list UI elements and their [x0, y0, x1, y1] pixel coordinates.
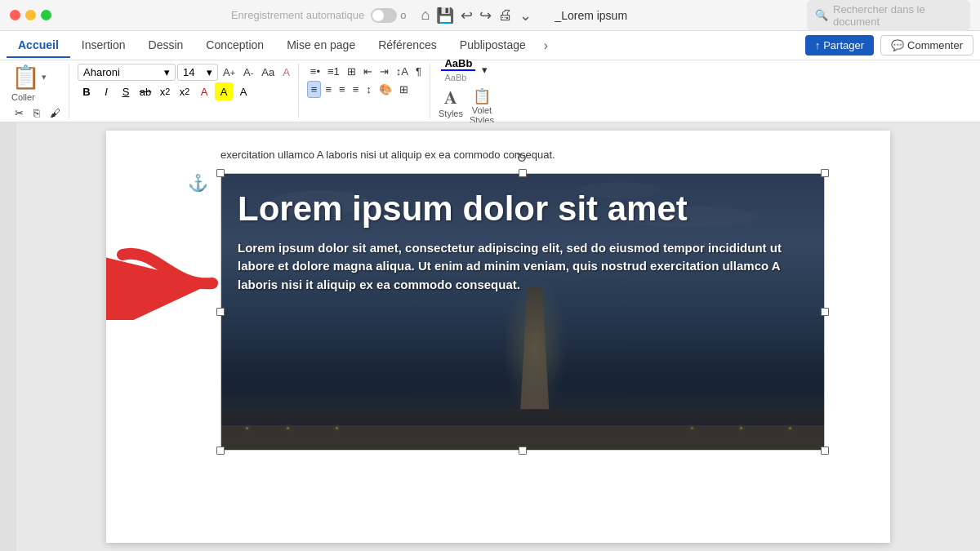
tab-conception[interactable]: Conception	[194, 33, 275, 58]
show-marks-button[interactable]: ¶	[412, 64, 425, 79]
cut-button[interactable]: ✂	[11, 105, 27, 121]
highlight-button[interactable]: A	[215, 82, 233, 100]
align-right-button[interactable]: ≡	[336, 82, 349, 97]
handle-top-left[interactable]	[216, 169, 225, 177]
justify-button[interactable]: ≡	[350, 82, 363, 97]
home-icon[interactable]: ⌂	[421, 7, 430, 24]
handle-mid-right[interactable]	[821, 308, 829, 316]
minimize-button[interactable]	[25, 10, 36, 20]
clear-format-button[interactable]: A	[279, 64, 293, 80]
autosave-toggle[interactable]: o	[371, 8, 406, 23]
font-size-chevron: ▾	[207, 66, 212, 78]
font-family-dropdown[interactable]: Aharoni ▾	[78, 64, 176, 81]
search-placeholder: Rechercher dans le document	[833, 3, 962, 28]
paragraph-section: ≡• ≡1 ⊞ ⇤ ⇥ ↕A ¶ ≡ ≡ ≡ ≡ ↕ 🎨 ⊞	[302, 64, 430, 118]
redo-icon[interactable]: ↪	[479, 7, 492, 24]
share-icon: ↑	[815, 39, 821, 51]
para-row-2: ≡ ≡ ≡ ≡ ↕ 🎨 ⊞	[307, 81, 412, 98]
sort-button[interactable]: ↕A	[393, 64, 412, 79]
numbering-button[interactable]: ≡1	[324, 64, 343, 79]
line-spacing-button[interactable]: ↕	[363, 82, 375, 97]
handle-top-mid[interactable]	[519, 169, 527, 177]
comment-button[interactable]: 💬 Commenter	[880, 35, 973, 56]
customize-icon[interactable]: ⌄	[519, 7, 532, 24]
styles-label: Styles	[439, 109, 463, 118]
superscript-button[interactable]: x2	[176, 82, 194, 100]
font-case-button[interactable]: Aa	[258, 64, 278, 80]
italic-button[interactable]: I	[97, 82, 115, 100]
font-size-dropdown[interactable]: 14 ▾	[177, 64, 218, 81]
undo-icon[interactable]: ↩	[461, 7, 473, 24]
handle-bot-mid[interactable]	[519, 447, 527, 455]
image-wrapper: ⚓	[220, 173, 858, 454]
image-block-wrapper[interactable]: ↻	[220, 173, 825, 451]
search-bar[interactable]: 🔍 Rechercher dans le document	[807, 0, 970, 31]
font-family-chevron: ▾	[164, 66, 170, 78]
para-row-1: ≡• ≡1 ⊞ ⇤ ⇥ ↕A ¶	[307, 64, 425, 79]
font-row-1: Aharoni ▾ 14 ▾ A+ A- Aa A	[78, 64, 293, 81]
tab-references[interactable]: Références	[367, 33, 448, 58]
anchor-icon: ⚓	[188, 173, 208, 193]
save-icon[interactable]: 💾	[436, 7, 454, 24]
font-row-2: B I S ab x2 x2 A A A	[78, 82, 252, 100]
volet-styles-icon[interactable]: 📋	[473, 87, 491, 105]
style-normal-preview: AaBb	[441, 73, 475, 82]
red-arrow-container	[106, 238, 229, 320]
increase-font-button[interactable]: A+	[220, 64, 238, 80]
align-left-button[interactable]: ≡	[307, 81, 322, 98]
text-color-button[interactable]: A	[234, 82, 252, 100]
pre-text: exercitation ullamco A laboris nisi ut a…	[220, 147, 858, 163]
ruler-left	[0, 122, 16, 551]
underline-button[interactable]: S	[117, 82, 135, 100]
tab-mise-en-page[interactable]: Mise en page	[275, 33, 367, 58]
red-arrow-svg	[106, 238, 229, 320]
borders-button[interactable]: ⊞	[396, 82, 412, 97]
doc-title: _Lorem ipsum	[555, 9, 627, 22]
font-color-button[interactable]: A	[195, 82, 213, 100]
toolbar: 📋 ▾ Coller ✂ ⎘ 🖌 Aharoni ▾ 14 ▾ A+ A- Aa…	[0, 60, 980, 122]
strikethrough-button[interactable]: ab	[136, 82, 154, 100]
bullets-button[interactable]: ≡•	[307, 64, 323, 79]
decrease-indent-button[interactable]: ⇤	[360, 64, 376, 79]
rotate-handle[interactable]: ↻	[516, 150, 529, 163]
shading-button[interactable]: 🎨	[376, 82, 395, 97]
paste-chevron[interactable]: ▾	[42, 72, 47, 82]
share-button[interactable]: ↑ Partager	[805, 35, 874, 56]
styles-more-button[interactable]: ▾	[479, 62, 491, 78]
format-painter-button[interactable]: 🖌	[47, 105, 64, 121]
image-body: Lorem ipsum dolor sit amet, consectetur …	[238, 239, 808, 295]
subscript-button[interactable]: x2	[156, 82, 174, 100]
handle-bot-right[interactable]	[821, 447, 829, 455]
image-block: Lorem ipsum dolor sit amet Lorem ipsum d…	[220, 173, 825, 451]
volet-label: Volet	[472, 105, 492, 115]
maximize-button[interactable]	[41, 10, 51, 20]
tab-insertion[interactable]: Insertion	[70, 33, 137, 58]
align-center-button[interactable]: ≡	[322, 82, 335, 97]
traffic-lights	[10, 10, 51, 20]
handle-bot-left[interactable]	[216, 447, 225, 455]
title-bar-right: 🔍 Rechercher dans le document	[807, 0, 970, 31]
bold-button[interactable]: B	[78, 82, 96, 100]
image-title: Lorem ipsum dolor sit amet	[238, 190, 808, 228]
comment-icon: 💬	[891, 39, 904, 51]
title-bar-center: Enregistrement automatique o ⌂ 💾 ↩ ↪ 🖨 ⌄…	[58, 7, 800, 24]
close-button[interactable]	[10, 10, 20, 20]
decrease-font-button[interactable]: A-	[240, 64, 256, 80]
font-family-value: Aharoni	[83, 66, 120, 78]
search-icon: 🔍	[815, 9, 828, 21]
paste-area: 📋 ▾	[11, 64, 47, 91]
tab-accueil[interactable]: Accueil	[7, 33, 70, 58]
ribbon-tabs: Accueil Insertion Dessin Conception Mise…	[0, 31, 980, 60]
print-icon[interactable]: 🖨	[498, 7, 513, 24]
handle-top-right[interactable]	[821, 169, 829, 177]
increase-indent-button[interactable]: ⇥	[376, 64, 392, 79]
more-tabs-icon[interactable]: ›	[537, 35, 555, 56]
tab-dessin[interactable]: Dessin	[137, 33, 195, 58]
page: exercitation ullamco A laboris nisi ut a…	[106, 131, 890, 543]
page-area: exercitation ullamco A laboris nisi ut a…	[16, 122, 980, 551]
multilevel-button[interactable]: ⊞	[344, 64, 359, 79]
styles-icon[interactable]: 𝐀	[444, 87, 457, 109]
paste-icon[interactable]: 📋	[11, 64, 40, 91]
tab-publipostage[interactable]: Publipostage	[448, 33, 537, 58]
copy-button[interactable]: ⎘	[30, 105, 43, 121]
